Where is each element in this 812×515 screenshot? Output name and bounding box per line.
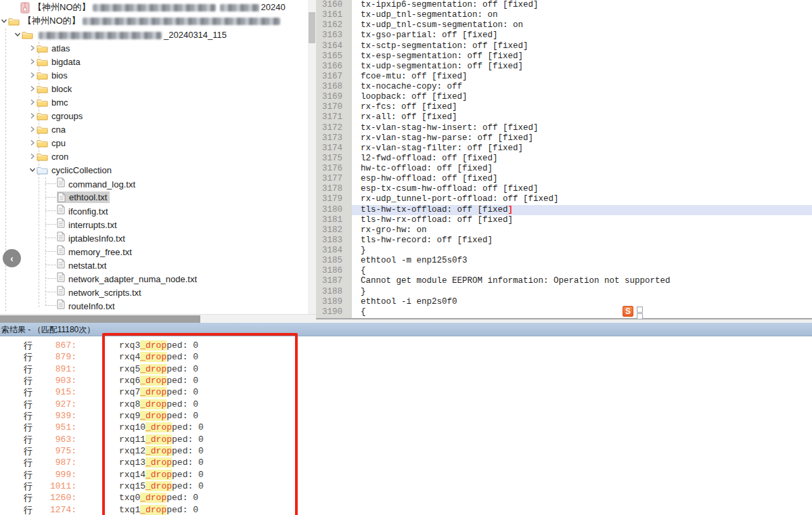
- file-item-command_log-txt[interactable]: command_log.txt: [0, 177, 308, 190]
- ime-mini-toolbar[interactable]: [637, 306, 643, 319]
- code-line[interactable]: hw-tc-offload: off [fixed]: [352, 164, 812, 174]
- chevron-right-icon[interactable]: [28, 139, 37, 147]
- tree-root-item[interactable]: 【神州NO的】20240: [0, 1, 308, 14]
- code-line[interactable]: tx-vlan-stag-hw-insert: off [fixed]: [352, 123, 812, 133]
- code-line[interactable]: tx-udp-segmentation: off [fixed]: [352, 62, 812, 72]
- code-line[interactable]: tx-gso-partial: off [fixed]: [352, 30, 812, 41]
- file-item-iptablesInfo-txt[interactable]: iptablesInfo.txt: [0, 231, 308, 244]
- code-line[interactable]: {: [352, 307, 812, 317]
- file-item-routeInfo-txt[interactable]: routeInfo.txt: [0, 298, 308, 312]
- search-result-row[interactable]: 行1011:rxq15_dropped: 0: [0, 480, 812, 492]
- file-item-interrupts-txt[interactable]: interrupts.txt: [0, 217, 308, 231]
- code-line[interactable]: tx-udp_tnl-segmentation: on: [352, 10, 812, 20]
- tree-vertical-scrollbar[interactable]: [308, 0, 316, 314]
- selected-file[interactable]: ethtool.txt: [57, 192, 110, 203]
- code-line[interactable]: tx-sctp-segmentation: off [fixed]: [352, 41, 812, 51]
- code-line-selected[interactable]: tls-hw-tx-offload: off [fixed]: [352, 205, 812, 215]
- code-line[interactable]: rx-gro-hw: on: [352, 225, 812, 236]
- code-line[interactable]: rx-vlan-stag-filter: off [fixed]: [352, 143, 812, 154]
- tree-root-item[interactable]: 【神州NO的】: [0, 14, 308, 28]
- folder-open-icon: [22, 30, 33, 39]
- search-result-row[interactable]: 行975:rxq12_dropped: 0: [0, 445, 812, 457]
- code-line[interactable]: tx-esp-segmentation: off [fixed]: [352, 51, 812, 62]
- text-file-icon: [58, 192, 66, 202]
- search-result-row[interactable]: 行963:rxq11_dropped: 0: [0, 434, 812, 445]
- code-line[interactable]: esp-hw-offload: off [fixed]: [352, 174, 812, 184]
- code-line[interactable]: tls-hw-rx-offload: off [fixed]: [352, 215, 812, 225]
- code-line[interactable]: tx-ipxip6-segmentation: off [fixed]: [352, 0, 812, 10]
- code-line[interactable]: rx-fcs: off [fixed]: [352, 102, 812, 112]
- sogou-ime-indicator[interactable]: S: [623, 306, 643, 319]
- search-result-row[interactable]: 行1274:txq1_dropped: 0: [0, 504, 812, 515]
- chevron-right-icon[interactable]: [28, 44, 37, 52]
- tree-horizontal-scrollbar[interactable]: [0, 314, 316, 323]
- file-item-memory_free-txt[interactable]: memory_free.txt: [0, 244, 308, 258]
- code-line[interactable]: l2-fwd-offload: off [fixed]: [352, 154, 812, 164]
- redacted-text-block: [83, 18, 280, 25]
- text-file-icon: [57, 245, 65, 255]
- sidebar-folder-bigdata[interactable]: bigdata: [0, 55, 308, 68]
- chevron-right-icon[interactable]: [28, 85, 37, 93]
- search-result-row[interactable]: 行903:rxq6_dropped: 0: [0, 375, 812, 386]
- chevron-right-icon[interactable]: [28, 98, 37, 106]
- code-area[interactable]: tx-ipxip6-segmentation: off [fixed]tx-ud…: [352, 0, 812, 318]
- code-line[interactable]: fcoe-mtu: off [fixed]: [352, 72, 812, 82]
- code-line[interactable]: ethtool -i enp2s0f0: [352, 297, 812, 307]
- code-line[interactable]: tls-hw-record: off [fixed]: [352, 236, 812, 246]
- chevron-right-icon[interactable]: [28, 71, 37, 79]
- sogou-icon[interactable]: S: [623, 306, 633, 317]
- file-item-netstat-txt[interactable]: netstat.txt: [0, 258, 308, 271]
- code-line[interactable]: }: [352, 246, 812, 256]
- sidebar-folder-cgroups[interactable]: cgroups: [0, 109, 308, 122]
- search-result-row[interactable]: 行879:rxq4_dropped: 0: [0, 351, 812, 363]
- code-line[interactable]: tx-nocache-copy: off: [352, 82, 812, 92]
- chevron-right-icon[interactable]: [28, 125, 37, 133]
- chevron-right-icon[interactable]: [28, 58, 37, 66]
- file-item-ifconfig-txt[interactable]: ifconfig.txt: [0, 204, 308, 217]
- code-line[interactable]: tx-udp_tnl-csum-segmentation: on: [352, 20, 812, 30]
- code-line[interactable]: ethtool -m enp125s0f3: [352, 256, 812, 266]
- file-item-network_scripts-txt[interactable]: network_scripts.txt: [0, 285, 308, 298]
- code-line[interactable]: }: [352, 287, 812, 297]
- search-result-row[interactable]: 行939:rxq9_dropped: 0: [0, 410, 812, 422]
- sidebar-folder-atlas[interactable]: atlas: [0, 41, 308, 55]
- search-result-row[interactable]: 行915:rxq7_dropped: 0: [0, 386, 812, 398]
- search-match-highlight: _drop: [140, 340, 166, 351]
- code-line[interactable]: esp-tx-csum-hw-offload: off [fixed]: [352, 184, 812, 194]
- sidebar-folder-bios[interactable]: bios: [0, 68, 308, 82]
- code-line[interactable]: Cannot get module EEPROM information: Op…: [352, 276, 812, 286]
- code-line[interactable]: rx-udp_tunnel-port-offload: off [fixed]: [352, 194, 812, 204]
- code-line[interactable]: rx-all: off [fixed]: [352, 112, 812, 122]
- chevron-down-icon[interactable]: [0, 17, 8, 25]
- sidebar-folder-cpu[interactable]: cpu: [0, 136, 308, 150]
- code-line[interactable]: {: [352, 266, 812, 276]
- result-line-number: 915:: [35, 386, 76, 398]
- line-number: 3173: [316, 133, 352, 143]
- chevron-down-icon[interactable]: [28, 166, 37, 174]
- scrollbar-thumb[interactable]: [0, 315, 200, 323]
- search-result-row[interactable]: 行927:rxq8_dropped: 0: [0, 399, 812, 410]
- code-line[interactable]: rx-vlan-stag-hw-parse: off [fixed]: [352, 133, 812, 143]
- search-result-row[interactable]: 行867:rxq3_dropped: 0: [0, 340, 812, 351]
- scrollbar-thumb[interactable]: [309, 12, 315, 43]
- tree-root-item[interactable]: _20240314_115: [0, 28, 308, 41]
- search-result-row[interactable]: 行999:rxq14_dropped: 0: [0, 469, 812, 480]
- chevron-right-icon[interactable]: [28, 112, 37, 120]
- line-number-gutter: 3160316131623163316431653166316731683169…: [316, 0, 352, 318]
- file-item-ethtool-txt[interactable]: ethtool.txt: [0, 190, 308, 204]
- search-match-highlight: _drop: [140, 493, 166, 503]
- sidebar-folder-bmc[interactable]: bmc: [0, 95, 308, 109]
- sidebar-folder-cron[interactable]: cron: [0, 150, 308, 163]
- collapse-sidebar-button[interactable]: ‹: [3, 249, 21, 267]
- search-result-row[interactable]: 行987:rxq13_dropped: 0: [0, 457, 812, 468]
- sidebar-folder-cna[interactable]: cna: [0, 122, 308, 136]
- search-result-row[interactable]: 行951:rxq10_dropped: 0: [0, 422, 812, 433]
- search-result-row[interactable]: 行1260:txq0_dropped: 0: [0, 492, 812, 503]
- file-item-network_adapter_numa_node-txt[interactable]: network_adapter_numa_node.txt: [0, 271, 308, 285]
- code-line[interactable]: loopback: off [fixed]: [352, 92, 812, 102]
- chevron-right-icon[interactable]: [28, 152, 37, 160]
- sidebar-folder-block[interactable]: block: [0, 82, 308, 95]
- chevron-down-icon[interactable]: [14, 30, 22, 39]
- sidebar-folder-cyclicCollection[interactable]: cyclicCollection: [0, 163, 308, 177]
- search-result-row[interactable]: 行891:rxq5_dropped: 0: [0, 363, 812, 375]
